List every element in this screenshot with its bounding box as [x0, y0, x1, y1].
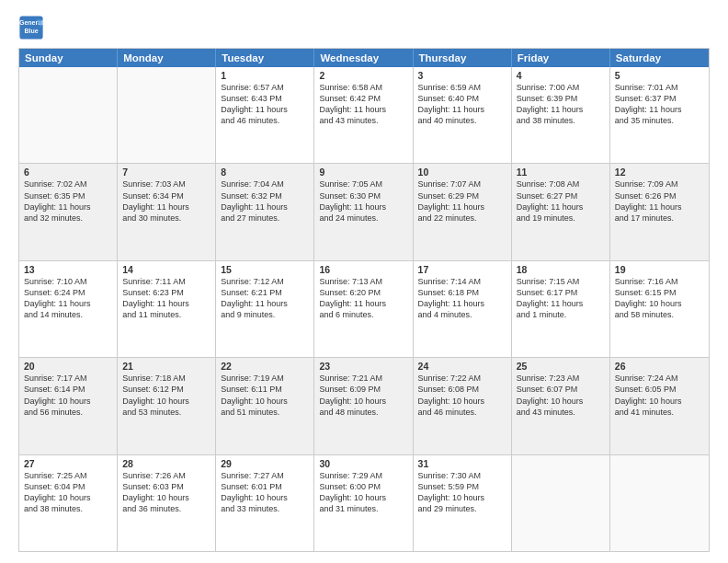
calendar-cell: 13Sunrise: 7:10 AM Sunset: 6:24 PM Dayli… — [19, 261, 118, 357]
day-number: 16 — [319, 264, 407, 275]
day-number: 9 — [319, 167, 407, 178]
day-detail: Sunrise: 6:59 AM Sunset: 6:40 PM Dayligh… — [418, 82, 506, 127]
logo: General Blue — [18, 15, 50, 40]
calendar-cell: 30Sunrise: 7:29 AM Sunset: 6:00 PM Dayli… — [314, 455, 413, 551]
day-number: 8 — [221, 167, 309, 178]
calendar-cell — [118, 67, 216, 163]
calendar-cell: 10Sunrise: 7:07 AM Sunset: 6:29 PM Dayli… — [414, 164, 512, 259]
calendar-cell: 17Sunrise: 7:14 AM Sunset: 6:18 PM Dayli… — [414, 261, 512, 357]
day-detail: Sunrise: 7:19 AM Sunset: 6:11 PM Dayligh… — [221, 373, 309, 418]
day-detail: Sunrise: 7:11 AM Sunset: 6:23 PM Dayligh… — [122, 276, 210, 321]
day-number: 13 — [24, 264, 112, 275]
calendar-header-cell: Tuesday — [216, 49, 314, 67]
day-detail: Sunrise: 7:09 AM Sunset: 6:26 PM Dayligh… — [615, 178, 704, 224]
calendar-cell: 26Sunrise: 7:24 AM Sunset: 6:05 PM Dayli… — [610, 358, 709, 454]
calendar-cell: 25Sunrise: 7:23 AM Sunset: 6:07 PM Dayli… — [512, 358, 610, 454]
day-number: 3 — [418, 70, 506, 81]
day-detail: Sunrise: 6:58 AM Sunset: 6:42 PM Dayligh… — [319, 82, 407, 127]
day-number: 27 — [24, 458, 112, 469]
day-detail: Sunrise: 7:18 AM Sunset: 6:12 PM Dayligh… — [122, 373, 210, 418]
calendar-cell: 14Sunrise: 7:11 AM Sunset: 6:23 PM Dayli… — [118, 261, 216, 357]
day-number: 10 — [418, 167, 506, 178]
calendar-cell: 8Sunrise: 7:04 AM Sunset: 6:32 PM Daylig… — [216, 164, 314, 259]
day-number: 6 — [24, 167, 112, 178]
day-detail: Sunrise: 7:16 AM Sunset: 6:15 PM Dayligh… — [615, 276, 704, 321]
day-detail: Sunrise: 7:25 AM Sunset: 6:04 PM Dayligh… — [24, 470, 112, 515]
day-detail: Sunrise: 7:17 AM Sunset: 6:14 PM Dayligh… — [24, 373, 112, 418]
day-detail: Sunrise: 7:23 AM Sunset: 6:07 PM Dayligh… — [517, 373, 605, 418]
calendar-cell: 2Sunrise: 6:58 AM Sunset: 6:42 PM Daylig… — [314, 67, 413, 163]
day-number: 7 — [122, 167, 210, 178]
calendar-cell: 9Sunrise: 7:05 AM Sunset: 6:30 PM Daylig… — [314, 164, 413, 259]
calendar-cell: 6Sunrise: 7:02 AM Sunset: 6:35 PM Daylig… — [19, 164, 118, 259]
day-number: 30 — [319, 458, 407, 469]
calendar-cell: 7Sunrise: 7:03 AM Sunset: 6:34 PM Daylig… — [118, 164, 216, 259]
day-number: 5 — [615, 70, 704, 81]
day-detail: Sunrise: 7:14 AM Sunset: 6:18 PM Dayligh… — [418, 276, 506, 321]
calendar-cell: 18Sunrise: 7:15 AM Sunset: 6:17 PM Dayli… — [512, 261, 610, 357]
day-number: 21 — [122, 361, 210, 372]
logo-icon: General Blue — [18, 15, 44, 40]
day-number: 31 — [418, 458, 506, 469]
calendar-cell: 29Sunrise: 7:27 AM Sunset: 6:01 PM Dayli… — [216, 455, 314, 551]
svg-text:Blue: Blue — [24, 28, 38, 34]
calendar-cell: 5Sunrise: 7:01 AM Sunset: 6:37 PM Daylig… — [610, 67, 709, 163]
calendar: SundayMondayTuesdayWednesdayThursdayFrid… — [18, 48, 710, 552]
day-detail: Sunrise: 7:03 AM Sunset: 6:34 PM Dayligh… — [122, 178, 210, 224]
calendar-cell: 24Sunrise: 7:22 AM Sunset: 6:08 PM Dayli… — [414, 358, 512, 454]
day-detail: Sunrise: 7:02 AM Sunset: 6:35 PM Dayligh… — [24, 178, 112, 224]
day-detail: Sunrise: 7:29 AM Sunset: 6:00 PM Dayligh… — [319, 470, 407, 515]
day-detail: Sunrise: 7:15 AM Sunset: 6:17 PM Dayligh… — [517, 276, 605, 321]
day-detail: Sunrise: 7:05 AM Sunset: 6:30 PM Dayligh… — [319, 178, 407, 224]
day-detail: Sunrise: 7:04 AM Sunset: 6:32 PM Dayligh… — [221, 178, 309, 224]
day-detail: Sunrise: 7:10 AM Sunset: 6:24 PM Dayligh… — [24, 276, 112, 321]
calendar-cell: 11Sunrise: 7:08 AM Sunset: 6:27 PM Dayli… — [512, 164, 610, 259]
day-detail: Sunrise: 7:22 AM Sunset: 6:08 PM Dayligh… — [418, 373, 506, 418]
calendar-cell — [610, 455, 709, 551]
calendar-cell: 23Sunrise: 7:21 AM Sunset: 6:09 PM Dayli… — [314, 358, 413, 454]
calendar-header-cell: Friday — [512, 49, 610, 67]
calendar-cell: 16Sunrise: 7:13 AM Sunset: 6:20 PM Dayli… — [314, 261, 413, 357]
calendar-header-cell: Saturday — [610, 49, 709, 67]
day-number: 12 — [615, 167, 704, 178]
calendar-header-cell: Sunday — [19, 49, 118, 67]
day-number: 23 — [319, 361, 407, 372]
day-number: 18 — [517, 264, 605, 275]
day-detail: Sunrise: 7:13 AM Sunset: 6:20 PM Dayligh… — [319, 276, 407, 321]
calendar-cell: 22Sunrise: 7:19 AM Sunset: 6:11 PM Dayli… — [216, 358, 314, 454]
day-number: 17 — [418, 264, 506, 275]
calendar-cell: 15Sunrise: 7:12 AM Sunset: 6:21 PM Dayli… — [216, 261, 314, 357]
day-number: 20 — [24, 361, 112, 372]
day-number: 28 — [122, 458, 210, 469]
calendar-cell: 21Sunrise: 7:18 AM Sunset: 6:12 PM Dayli… — [118, 358, 216, 454]
day-detail: Sunrise: 7:12 AM Sunset: 6:21 PM Dayligh… — [221, 276, 309, 321]
day-number: 11 — [517, 167, 605, 178]
day-number: 1 — [221, 70, 309, 81]
calendar-header-row: SundayMondayTuesdayWednesdayThursdayFrid… — [19, 49, 709, 67]
day-number: 25 — [517, 361, 605, 372]
calendar-body: 1Sunrise: 6:57 AM Sunset: 6:43 PM Daylig… — [19, 67, 709, 551]
calendar-cell: 20Sunrise: 7:17 AM Sunset: 6:14 PM Dayli… — [19, 358, 118, 454]
calendar-header-cell: Thursday — [414, 49, 512, 67]
calendar-cell: 27Sunrise: 7:25 AM Sunset: 6:04 PM Dayli… — [19, 455, 118, 551]
day-number: 15 — [221, 264, 309, 275]
calendar-cell — [512, 455, 610, 551]
day-detail: Sunrise: 7:24 AM Sunset: 6:05 PM Dayligh… — [615, 373, 704, 418]
calendar-cell: 28Sunrise: 7:26 AM Sunset: 6:03 PM Dayli… — [118, 455, 216, 551]
calendar-week: 13Sunrise: 7:10 AM Sunset: 6:24 PM Dayli… — [19, 260, 709, 357]
calendar-header-cell: Monday — [118, 49, 216, 67]
calendar-cell: 19Sunrise: 7:16 AM Sunset: 6:15 PM Dayli… — [610, 261, 709, 357]
day-number: 26 — [615, 361, 704, 372]
day-detail: Sunrise: 7:07 AM Sunset: 6:29 PM Dayligh… — [418, 178, 506, 224]
day-detail: Sunrise: 7:00 AM Sunset: 6:39 PM Dayligh… — [517, 82, 605, 127]
calendar-cell: 3Sunrise: 6:59 AM Sunset: 6:40 PM Daylig… — [414, 67, 512, 163]
day-detail: Sunrise: 7:21 AM Sunset: 6:09 PM Dayligh… — [319, 373, 407, 418]
day-detail: Sunrise: 6:57 AM Sunset: 6:43 PM Dayligh… — [221, 82, 309, 127]
calendar-week: 1Sunrise: 6:57 AM Sunset: 6:43 PM Daylig… — [19, 67, 709, 163]
header: General Blue — [18, 15, 710, 40]
calendar-cell: 31Sunrise: 7:30 AM Sunset: 5:59 PM Dayli… — [414, 455, 512, 551]
day-number: 29 — [221, 458, 309, 469]
calendar-cell — [19, 67, 118, 163]
day-detail: Sunrise: 7:30 AM Sunset: 5:59 PM Dayligh… — [418, 470, 506, 515]
day-number: 24 — [418, 361, 506, 372]
